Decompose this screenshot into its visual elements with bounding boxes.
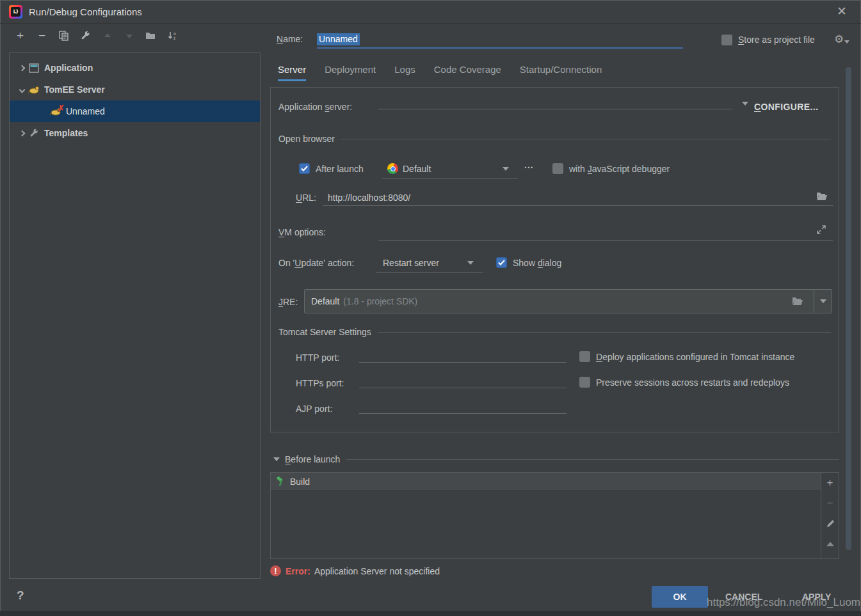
https-port-input[interactable] bbox=[359, 371, 567, 388]
show-dialog-checkbox[interactable] bbox=[496, 257, 507, 268]
store-as-project-file-label: Store as project file bbox=[738, 35, 815, 45]
url-input[interactable]: http://localhost:8080/ bbox=[323, 189, 833, 206]
add-configuration-button[interactable]: + bbox=[14, 29, 26, 42]
close-icon[interactable]: ✕ bbox=[837, 4, 847, 19]
vm-options-input[interactable] bbox=[378, 223, 833, 241]
tab-server[interactable]: Server bbox=[278, 64, 306, 81]
url-browse-folder-icon[interactable] bbox=[816, 192, 828, 201]
jre-dropdown-button[interactable] bbox=[814, 290, 832, 313]
tree-item-unnamed[interactable]: ✗ Unnamed bbox=[10, 100, 260, 122]
add-task-button[interactable]: + bbox=[824, 477, 836, 489]
ajp-port-input[interactable] bbox=[359, 397, 567, 414]
https-port-label: HTTPs port: bbox=[296, 378, 344, 388]
store-options-gear-icon[interactable]: ⚙ bbox=[834, 33, 849, 46]
browser-dropdown-arrow-icon[interactable] bbox=[503, 167, 509, 171]
config-tabs: Server Deployment Logs Code Coverage Sta… bbox=[278, 64, 602, 81]
application-server-dropdown[interactable] bbox=[378, 95, 732, 109]
jre-combobox[interactable]: Default (1.8 - project SDK) bbox=[304, 289, 832, 313]
chevron-right-icon[interactable] bbox=[16, 66, 28, 70]
sort-configurations-icon[interactable]: az bbox=[166, 29, 179, 42]
collapse-triangle-icon[interactable] bbox=[273, 457, 280, 461]
jre-browse-folder-icon[interactable] bbox=[792, 297, 803, 306]
expand-editor-icon[interactable] bbox=[816, 225, 826, 235]
chevron-down-icon[interactable] bbox=[16, 88, 28, 92]
after-launch-label: After launch bbox=[316, 164, 364, 174]
tree-toolbar: + − az bbox=[14, 29, 179, 42]
remove-configuration-button[interactable]: − bbox=[36, 29, 48, 42]
jre-value: Default bbox=[311, 296, 339, 306]
url-label: URL: bbox=[296, 193, 316, 203]
store-as-project-file-checkbox[interactable] bbox=[721, 35, 732, 45]
preserve-sessions-label: Preserve sessions across restarts and re… bbox=[596, 377, 789, 388]
open-browser-section: Open browser bbox=[271, 134, 839, 144]
update-action-dropdown-arrow-icon[interactable] bbox=[467, 261, 474, 265]
configure-button[interactable]: CONFIGURE... bbox=[754, 102, 818, 112]
update-action-value[interactable]: Restart server bbox=[383, 258, 439, 268]
server-tab-panel: Application server: CONFIGURE... Open br… bbox=[270, 87, 839, 432]
move-up-icon[interactable] bbox=[101, 29, 113, 42]
window-bottom-edge bbox=[0, 611, 861, 616]
new-folder-icon[interactable] bbox=[145, 29, 157, 42]
before-launch-item-build[interactable]: Build bbox=[271, 473, 821, 491]
svg-text:z: z bbox=[173, 36, 175, 40]
copy-configuration-icon[interactable] bbox=[58, 29, 70, 42]
open-browser-title: Open browser bbox=[278, 134, 335, 144]
show-dialog-label: Show dialog bbox=[513, 258, 561, 268]
tab-code-coverage[interactable]: Code Coverage bbox=[434, 64, 501, 81]
tab-startup-connection[interactable]: Startup/Connection bbox=[520, 64, 602, 81]
application-server-label: Application server: bbox=[278, 102, 352, 112]
tomcat-settings-section: Tomcat Server Settings bbox=[271, 327, 839, 337]
chevron-right-icon[interactable] bbox=[16, 131, 28, 136]
templates-wrench-icon bbox=[28, 129, 40, 138]
before-launch-list: Build + − bbox=[270, 472, 839, 559]
edit-templates-icon[interactable] bbox=[79, 29, 92, 42]
move-down-icon[interactable] bbox=[123, 29, 135, 42]
tree-item-tomee-server[interactable]: TomEE Server bbox=[10, 79, 260, 100]
js-debugger-label: with JavaScript debugger bbox=[569, 164, 670, 174]
window-title: Run/Debug Configurations bbox=[29, 6, 142, 17]
jre-hint: (1.8 - project SDK) bbox=[343, 296, 417, 306]
name-input-value: Unnamed bbox=[317, 33, 360, 45]
tab-logs[interactable]: Logs bbox=[394, 64, 415, 81]
browser-select-underline bbox=[382, 178, 518, 178]
http-port-label: HTTP port: bbox=[296, 352, 339, 363]
tree-item-application[interactable]: Application bbox=[10, 57, 260, 79]
deploy-applications-label: Deploy applications configured in Tomcat… bbox=[596, 352, 794, 362]
dropdown-arrow-icon[interactable] bbox=[742, 102, 748, 106]
name-label: Name: bbox=[277, 34, 303, 44]
vertical-scrollbar[interactable] bbox=[846, 67, 851, 550]
invalid-mark-icon: ✗ bbox=[57, 103, 65, 113]
ok-button[interactable]: OK bbox=[652, 586, 708, 608]
help-button[interactable]: ? bbox=[17, 588, 24, 603]
move-task-up-icon[interactable] bbox=[824, 538, 836, 550]
application-icon bbox=[28, 63, 40, 73]
chrome-browser-icon bbox=[387, 163, 398, 174]
deploy-applications-checkbox[interactable] bbox=[579, 351, 590, 362]
tree-item-templates[interactable]: Templates bbox=[10, 122, 260, 144]
tree-item-label: Templates bbox=[44, 128, 88, 138]
tab-deployment[interactable]: Deployment bbox=[325, 64, 376, 81]
jre-dropdown-arrow-icon bbox=[820, 299, 826, 303]
update-action-underline bbox=[376, 272, 483, 273]
on-update-action-label: On 'Update' action: bbox=[278, 258, 354, 268]
tomee-icon bbox=[28, 85, 40, 94]
name-input[interactable]: Unnamed bbox=[317, 31, 683, 49]
browse-browsers-button[interactable]: ... bbox=[524, 160, 534, 170]
preserve-sessions-checkbox[interactable] bbox=[579, 377, 590, 388]
edit-task-icon[interactable] bbox=[824, 517, 836, 530]
watermark-text: https://blog.csdn.net/Milo_Luom bbox=[707, 596, 860, 609]
remove-task-button[interactable]: − bbox=[824, 497, 836, 509]
run-debug-configurations-dialog: IJ Run/Debug Configurations ✕ + − az bbox=[0, 0, 861, 616]
vm-options-label: VM options: bbox=[278, 227, 326, 237]
browser-select-value[interactable]: Default bbox=[403, 164, 431, 174]
js-debugger-checkbox[interactable] bbox=[552, 163, 563, 174]
jre-label: JRE: bbox=[278, 297, 298, 307]
before-launch-title: Before launch bbox=[285, 454, 340, 464]
before-launch-item-label: Build bbox=[290, 477, 310, 487]
http-port-input[interactable] bbox=[359, 345, 567, 363]
url-input-value: http://localhost:8080/ bbox=[328, 193, 410, 203]
before-launch-header[interactable]: Before launch bbox=[273, 454, 839, 464]
svg-text:a: a bbox=[173, 31, 176, 35]
after-launch-checkbox[interactable] bbox=[299, 163, 310, 174]
error-message-row: ! Error: Application Server not specifie… bbox=[270, 565, 440, 576]
